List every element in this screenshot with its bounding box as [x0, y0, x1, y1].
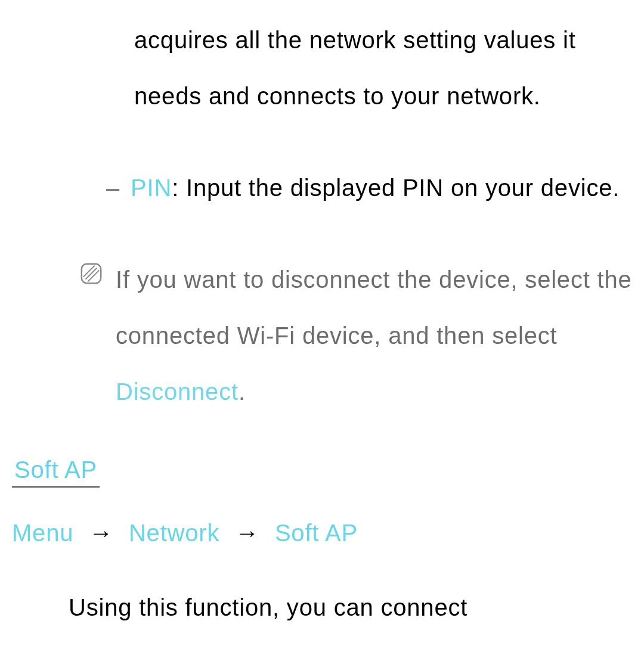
dash-bullet: –	[106, 175, 120, 201]
pin-label: PIN	[131, 175, 172, 201]
pin-description: Input the displayed PIN on your device.	[186, 175, 620, 201]
section-heading: Soft AP	[12, 457, 100, 488]
arrow-icon: →	[89, 520, 113, 546]
note-pre: If you want to disconnect the device, se…	[116, 266, 632, 349]
note-text: If you want to disconnect the device, se…	[116, 252, 632, 420]
pin-list-item: –PIN: Input the displayed PIN on your de…	[135, 160, 632, 216]
note-block: If you want to disconnect the device, se…	[80, 252, 632, 420]
disconnect-action: Disconnect	[116, 378, 239, 405]
continuation-text: acquires all the network setting values …	[134, 12, 632, 124]
breadcrumb-softap: Soft AP	[275, 520, 358, 546]
soft-ap-description: Using this function, you can connect	[69, 579, 632, 635]
pin-sep: :	[172, 175, 186, 201]
breadcrumb: Menu → Network → Soft AP	[12, 519, 632, 547]
note-post: .	[239, 378, 246, 405]
breadcrumb-network: Network	[129, 520, 219, 546]
breadcrumb-menu: Menu	[12, 520, 73, 546]
note-icon	[80, 252, 104, 290]
section-heading-wrap: Soft AP	[12, 454, 632, 519]
arrow-icon: →	[235, 520, 259, 546]
document-page: acquires all the network setting values …	[0, 0, 644, 635]
